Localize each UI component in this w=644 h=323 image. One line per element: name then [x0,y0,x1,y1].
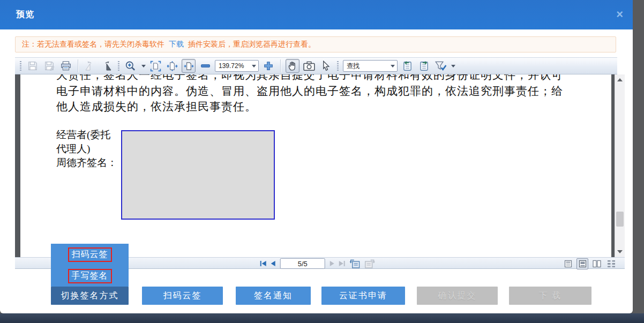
signature-label-line: 周德齐签名： [56,156,117,170]
facing-page-view-button[interactable] [591,258,603,269]
previous-view-icon [350,259,360,268]
close-icon[interactable]: × [616,9,623,20]
page-background-bottom-bar [0,313,644,323]
zoom-magnifier-icon [125,61,137,71]
download-link[interactable]: 下载 [169,40,184,49]
zoom-tool-button[interactable] [124,59,138,73]
single-page-view-button[interactable] [562,258,574,269]
toolbar-grip [337,61,339,71]
continuous-page-icon [579,260,587,268]
rotate-left-button[interactable] [83,59,97,73]
find-next-button[interactable] [417,59,431,73]
first-page-arrow-icon [262,261,266,266]
page-left-edge [15,74,20,257]
document-line: 他人造成损失的，依法承担民事责任。 [56,99,597,115]
save-icon [28,61,38,71]
print-button[interactable] [59,59,73,73]
next-page-button[interactable] [330,261,334,266]
zoom-level-combobox[interactable]: 139.72% [215,60,259,72]
document-text: 大责任；签名人一经电子签名，即视为其亲自提交了电子申请材料和有效的身份证明文件，… [56,74,597,115]
previous-page-icon [271,261,275,266]
toolbar-grip [20,61,21,71]
scroll-up-icon[interactable] [617,78,623,81]
single-page-icon [564,260,572,268]
next-view-button[interactable] [365,259,375,268]
scan-cloud-sign-label: 扫码云签 [68,247,112,262]
save-button[interactable] [26,59,40,73]
previous-view-button[interactable] [350,259,360,268]
page-background-gutter [633,0,644,313]
zoom-tool-caret-icon[interactable] [141,65,146,67]
filter-caret-icon[interactable] [451,65,455,67]
find-caret-icon [391,65,395,67]
filter-annotations-button[interactable] [433,59,447,73]
filter-check-icon [435,61,447,71]
notice-text-suffix: 插件安装后，重启浏览器再进行查看。 [188,40,316,49]
zoom-level-value: 139.72% [218,62,244,70]
find-previous-icon [402,61,413,72]
select-tool-button[interactable] [319,59,333,73]
hand-tool-button[interactable] [286,59,299,73]
save-as-icon [44,61,54,71]
toolbar-separator [78,59,78,72]
page-layout-modes [562,258,617,269]
last-page-button[interactable] [339,261,345,266]
find-previous-button[interactable] [400,59,414,73]
fit-page-button[interactable] [148,59,162,73]
signature-box[interactable] [121,130,275,220]
document-viewer: 大责任；签名人一经电子签名，即视为其亲自提交了电子申请材料和有效的身份证明文件，… [15,74,625,257]
cloud-certificate-apply-button[interactable]: 云证书申请 [321,287,405,305]
menu-item-scan-cloud-sign[interactable]: 扫码云签 [51,244,129,265]
signature-label-line: 代理人) [56,142,117,156]
zoom-in-button[interactable] [261,59,275,73]
page-number-input[interactable] [280,258,325,269]
notice-text-prefix: 注：若无法查看或签名，请先关闭杀毒软件 [22,40,164,49]
dialog-header: 预览 × [0,0,633,29]
last-page-icon [344,261,345,266]
rotate-right-icon [101,61,113,71]
toolbar-separator [280,59,281,72]
continuous-page-view-button[interactable] [576,258,588,269]
fit-page-icon [150,61,161,72]
scroll-down-icon[interactable] [617,250,623,253]
document-line: 大责任；签名人一经电子签名，即视为其亲自提交了电子申请材料和有效的身份证明文件，… [56,74,597,84]
fit-visible-button[interactable] [182,59,196,73]
rotate-right-button[interactable] [100,59,114,73]
snapshot-camera-icon [303,61,315,71]
facing-continuous-view-button[interactable] [605,258,617,269]
zoom-in-icon [264,61,273,71]
zoom-level-caret-icon [252,65,256,67]
preview-dialog: 预览 × 注：若无法查看或签名，请先关闭杀毒软件 下载 插件安装后，重启浏览器再… [0,0,633,313]
snapshot-tool-button[interactable] [302,59,316,73]
rotate-left-icon [84,61,96,71]
vertical-scrollbar[interactable] [615,74,625,257]
hand-tool-icon [287,61,298,71]
switch-signature-method-button[interactable]: 切换签名方式 [51,287,129,305]
find-combobox[interactable]: 查找 [343,60,398,72]
last-page-arrow-icon [339,261,343,266]
toolbar-grip [118,61,119,71]
download-button: 下 载 [509,287,591,305]
previous-page-button[interactable] [271,261,275,266]
notice-bar: 注：若无法查看或签名，请先关闭杀毒软件 下载 插件安装后，重启浏览器再进行查看。 [15,36,616,52]
first-page-button[interactable] [260,261,266,266]
find-next-icon [418,61,430,72]
fit-width-icon [167,61,178,72]
facing-continuous-icon [607,260,616,268]
zoom-out-icon [201,64,210,67]
document-line: 电子申请材料中的内容。伪造、冒用、盗用他人的电子签名，构成犯罪的，依法追究刑事责… [56,84,597,100]
scan-cloud-sign-button[interactable]: 扫码云签 [142,287,223,305]
dialog-title: 预览 [0,9,34,20]
page-navigation [260,258,375,269]
fit-width-button[interactable] [165,59,179,73]
menu-item-handwritten-sign[interactable]: 手写签名 [51,265,129,287]
confirm-submit-button: 确认提交 [417,287,498,305]
scrollbar-thumb[interactable] [616,212,624,227]
facing-page-icon [593,260,601,268]
signature-label: 经营者(委托 代理人) 周德齐签名： [56,128,117,170]
signature-notice-button[interactable]: 签名通知 [236,287,311,305]
find-value: 查找 [346,62,360,71]
screen: 预览 × 注：若无法查看或签名，请先关闭杀毒软件 下载 插件安装后，重启浏览器再… [0,0,644,323]
save-as-button[interactable] [42,59,56,73]
zoom-out-button[interactable] [198,59,212,73]
